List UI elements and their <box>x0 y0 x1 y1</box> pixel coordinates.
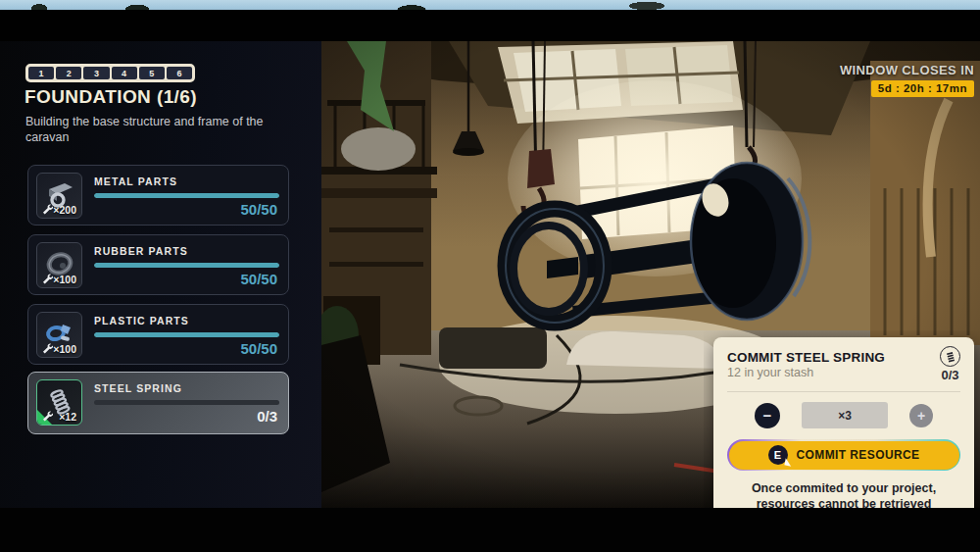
decrease-quantity-button[interactable]: − <box>755 403 780 428</box>
commit-title: COMMIT STEEL SPRING <box>727 348 885 365</box>
stash-quantity: ×100 <box>53 274 76 285</box>
resource-card-steel-spring[interactable]: ×12 STEEL SPRING 0/3 <box>27 372 289 434</box>
commit-button-label: COMMIT RESOURCE <box>797 448 920 462</box>
game-screen: COMMIT STEEL SPRING 12 in your stash 0/3 <box>0 0 980 552</box>
stash-quantity: ×200 <box>53 204 76 216</box>
phase-stepper: 1 2 3 4 5 6 <box>25 64 195 82</box>
phase-step-2[interactable]: 2 <box>56 67 81 79</box>
progress-value: 50/50 <box>240 271 277 287</box>
page-title: FOUNDATION (1/6) <box>24 86 197 108</box>
resource-icon-box: ×100 <box>36 242 82 288</box>
resource-name: RUBBER PARTS <box>94 245 188 257</box>
phase-step-6[interactable]: 6 <box>167 67 192 79</box>
top-scene-strip <box>0 0 980 10</box>
wrench-icon <box>41 410 53 422</box>
resource-name: STEEL SPRING <box>94 382 182 394</box>
phase-step-4[interactable]: 4 <box>112 67 137 79</box>
resource-icon-box: ×12 <box>36 379 82 426</box>
timer-label: WINDOW CLOSES IN <box>840 63 974 77</box>
quantity-value: ×3 <box>802 402 888 428</box>
resource-card-metal-parts[interactable]: ×200 METAL PARTS 50/50 <box>27 165 289 226</box>
resource-card-rubber-parts[interactable]: ×100 RUBBER PARTS 50/50 <box>27 234 289 295</box>
project-panel: 1 2 3 4 5 6 FOUNDATION (1/6) Building th… <box>0 41 321 508</box>
commit-panel: COMMIT STEEL SPRING 12 in your stash 0/3 <box>713 337 974 508</box>
progress-bar <box>94 400 279 405</box>
commit-resource-button[interactable]: E COMMIT RESOURCE <box>729 441 959 470</box>
resource-icon-box: ×200 <box>36 173 82 219</box>
timer-countdown: 5d : 20h : 17mn <box>871 80 974 97</box>
progress-value: 50/50 <box>240 340 277 357</box>
steel-spring-icon <box>940 346 960 367</box>
progress-bar <box>94 193 279 198</box>
letterbox-bottom <box>0 508 980 552</box>
phase-step-1[interactable]: 1 <box>28 67 54 79</box>
letterbox-top <box>0 10 980 41</box>
progress-value: 50/50 <box>240 201 277 218</box>
progress-value: 0/3 <box>257 408 277 425</box>
commit-warning-note: Once commited to your project, resources… <box>727 480 960 508</box>
wrench-icon <box>41 203 53 215</box>
wrench-icon <box>41 342 53 354</box>
stash-quantity: ×100 <box>53 343 76 355</box>
resource-name: PLASTIC PARTS <box>94 315 189 326</box>
wrench-icon <box>41 273 53 284</box>
key-hint-e: E <box>768 445 788 465</box>
divider <box>727 391 960 392</box>
resource-name: METAL PARTS <box>94 176 177 187</box>
resource-icon-box: ×100 <box>36 312 82 358</box>
workshop-scene: COMMIT STEEL SPRING 12 in your stash 0/3 <box>321 41 980 508</box>
progress-bar <box>94 332 279 337</box>
commit-ratio: 0/3 <box>940 368 960 382</box>
progress-bar <box>94 263 279 268</box>
window-timer: WINDOW CLOSES IN 5d : 20h : 17mn <box>840 63 974 97</box>
resource-card-plastic-parts[interactable]: ×100 PLASTIC PARTS 50/50 <box>27 304 289 365</box>
increase-quantity-button[interactable]: + <box>909 404 933 427</box>
phase-step-3[interactable]: 3 <box>83 67 109 79</box>
phase-step-5[interactable]: 5 <box>139 67 165 79</box>
phase-description: Building the base structure and frame of… <box>25 115 272 145</box>
stash-count: 12 in your stash <box>727 366 885 379</box>
stash-quantity: ×12 <box>59 411 76 423</box>
